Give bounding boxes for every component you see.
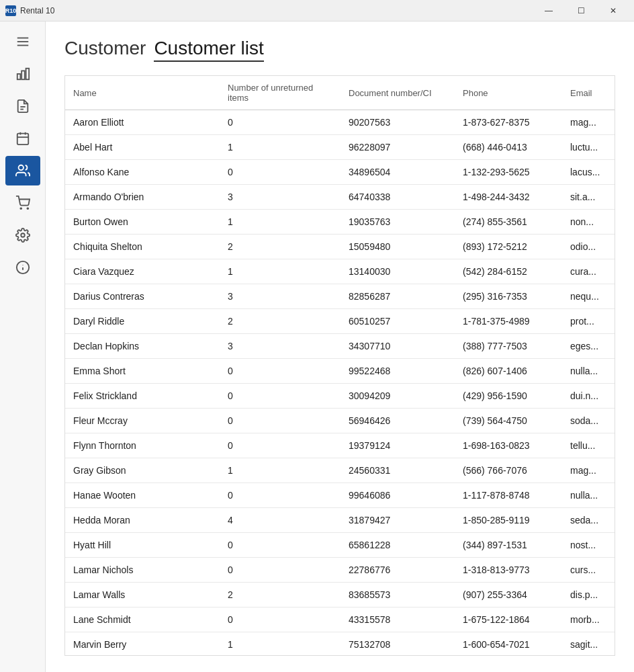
cell-unreturned: 0 [220, 433, 341, 458]
page-section-label: Customer [64, 38, 146, 59]
cell-phone: (566) 766-7076 [455, 458, 562, 483]
table-row[interactable]: Chiquita Shelton 2 15059480 (893) 172-52… [65, 235, 615, 259]
svg-rect-3 [17, 74, 20, 79]
cell-email: lacus... [562, 160, 615, 185]
cell-email: odio... [562, 235, 615, 259]
cell-email: cura... [562, 259, 615, 284]
cell-unreturned: 0 [220, 483, 341, 508]
cell-name: Darius Contreras [65, 284, 220, 309]
table-row[interactable]: Ciara Vazquez 1 13140030 (542) 284-6152 … [65, 259, 615, 284]
sidebar-item-document[interactable] [5, 91, 40, 121]
cell-phone: (907) 255-3364 [455, 583, 562, 607]
svg-point-14 [27, 208, 28, 209]
svg-rect-4 [21, 71, 25, 79]
cell-email: nulla... [562, 483, 615, 508]
cell-docnum: 34896504 [341, 160, 455, 185]
cell-unreturned: 1 [220, 458, 341, 483]
table-row[interactable]: Felix Strickland 0 30094209 (429) 956-15… [65, 384, 615, 409]
cell-name: Lamar Walls [65, 583, 220, 607]
table-row[interactable]: Fleur Mccray 0 56946426 (739) 564-4750 s… [65, 409, 615, 433]
table-row[interactable]: Marvin Berry 1 75132708 1-600-654-7021 s… [65, 632, 615, 653]
cell-docnum: 24560331 [341, 458, 455, 483]
col-header-unreturned: Number of unreturned items [220, 76, 341, 110]
page-title: Customer list [154, 38, 263, 62]
table-row[interactable]: Emma Short 0 99522468 (826) 607-1406 nul… [65, 359, 615, 384]
cell-email: curs... [562, 558, 615, 583]
minimize-button[interactable]: — [533, 0, 564, 22]
cell-docnum: 19035763 [341, 210, 455, 235]
svg-point-15 [21, 233, 25, 237]
cell-unreturned: 0 [220, 160, 341, 185]
table-scroll[interactable]: Name Number of unreturned items Document… [65, 76, 615, 653]
table-row[interactable]: Darius Contreras 3 82856287 (295) 316-73… [65, 284, 615, 309]
table-row[interactable]: Gray Gibson 1 24560331 (566) 766-7076 ma… [65, 458, 615, 483]
customer-table-container: Name Number of unreturned items Document… [64, 75, 615, 656]
cell-name: Aaron Elliott [65, 110, 220, 135]
maximize-button[interactable]: ☐ [565, 0, 596, 22]
cell-docnum: 99646086 [341, 483, 455, 508]
cell-name: Hedda Moran [65, 508, 220, 533]
cell-email: luctu... [562, 135, 615, 160]
cell-docnum: 15059480 [341, 235, 455, 259]
sidebar [0, 22, 46, 672]
sidebar-item-cart[interactable] [5, 188, 40, 218]
table-row[interactable]: Abel Hart 1 96228097 (668) 446-0413 luct… [65, 135, 615, 160]
app-name: Rental 10 [20, 6, 533, 15]
sidebar-item-info[interactable] [5, 253, 40, 282]
cell-unreturned: 1 [220, 259, 341, 284]
sidebar-item-calendar[interactable] [5, 124, 40, 153]
cell-unreturned: 3 [220, 185, 341, 210]
cell-docnum: 75132708 [341, 632, 455, 653]
cell-docnum: 43315578 [341, 607, 455, 632]
cell-email: nost... [562, 533, 615, 558]
cell-phone: (274) 855-3561 [455, 210, 562, 235]
window-controls: — ☐ ✕ [533, 0, 629, 22]
cell-email: nequ... [562, 284, 615, 309]
cell-phone: 1-850-285-9119 [455, 508, 562, 533]
cell-phone: 1-318-813-9773 [455, 558, 562, 583]
cell-unreturned: 4 [220, 508, 341, 533]
cell-email: prot... [562, 309, 615, 334]
cell-docnum: 99522468 [341, 359, 455, 384]
cell-name: Fleur Mccray [65, 409, 220, 433]
table-row[interactable]: Alfonso Kane 0 34896504 1-132-293-5625 l… [65, 160, 615, 185]
sidebar-item-customers[interactable] [5, 156, 40, 185]
cell-phone: (429) 956-1590 [455, 384, 562, 409]
table-row[interactable]: Aaron Elliott 0 90207563 1-873-627-8375 … [65, 110, 615, 135]
customer-table: Name Number of unreturned items Document… [65, 76, 615, 653]
close-button[interactable]: ✕ [598, 0, 629, 22]
cell-docnum: 65861228 [341, 533, 455, 558]
cell-docnum: 19379124 [341, 433, 455, 458]
sidebar-item-settings[interactable] [5, 220, 40, 250]
table-row[interactable]: Declan Hopkins 3 34307710 (388) 777-7503… [65, 334, 615, 359]
cell-email: tellu... [562, 433, 615, 458]
table-row[interactable]: Lane Schmidt 0 43315578 1-675-122-1864 m… [65, 607, 615, 632]
table-row[interactable]: Daryl Riddle 2 60510257 1-781-375-4989 p… [65, 309, 615, 334]
table-row[interactable]: Lamar Walls 2 83685573 (907) 255-3364 di… [65, 583, 615, 607]
table-row[interactable]: Flynn Thornton 0 19379124 1-698-163-0823… [65, 433, 615, 458]
cell-phone: 1-600-654-7021 [455, 632, 562, 653]
table-row[interactable]: Hanae Wooten 0 99646086 1-117-878-8748 n… [65, 483, 615, 508]
cell-name: Chiquita Shelton [65, 235, 220, 259]
table-row[interactable]: Lamar Nichols 0 22786776 1-318-813-9773 … [65, 558, 615, 583]
table-row[interactable]: Burton Owen 1 19035763 (274) 855-3561 no… [65, 210, 615, 235]
cell-name: Lane Schmidt [65, 607, 220, 632]
cell-name: Declan Hopkins [65, 334, 220, 359]
cell-name: Armando O'brien [65, 185, 220, 210]
cell-email: non... [562, 210, 615, 235]
table-row[interactable]: Armando O'brien 3 64740338 1-498-244-343… [65, 185, 615, 210]
table-row[interactable]: Hedda Moran 4 31879427 1-850-285-9119 se… [65, 508, 615, 533]
cell-email: sit.a... [562, 185, 615, 210]
cell-name: Lamar Nichols [65, 558, 220, 583]
cell-phone: (739) 564-4750 [455, 409, 562, 433]
svg-rect-8 [17, 134, 28, 145]
cell-email: seda... [562, 508, 615, 533]
cell-phone: (542) 284-6152 [455, 259, 562, 284]
sidebar-item-menu[interactable] [5, 27, 40, 56]
table-row[interactable]: Hyatt Hill 0 65861228 (344) 897-1531 nos… [65, 533, 615, 558]
cell-email: dui.n... [562, 384, 615, 409]
sidebar-item-dashboard[interactable] [5, 59, 40, 89]
cell-unreturned: 1 [220, 632, 341, 653]
cell-docnum: 34307710 [341, 334, 455, 359]
cell-phone: (668) 446-0413 [455, 135, 562, 160]
